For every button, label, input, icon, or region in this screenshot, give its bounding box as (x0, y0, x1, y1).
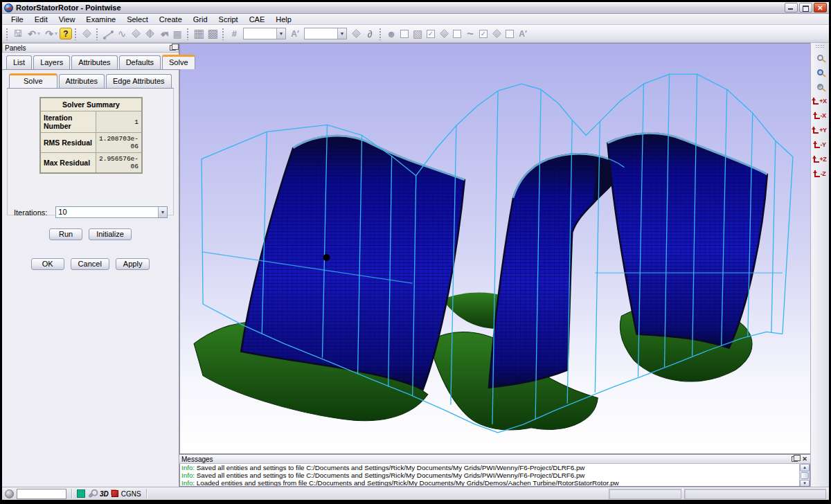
unstructured-grid-icon[interactable] (206, 27, 220, 41)
messages-caption-bar[interactable]: Messages ✕ (179, 455, 810, 464)
subtab-attributes[interactable]: Attributes (59, 74, 105, 89)
view-plus-z-button[interactable]: +Z (812, 152, 828, 166)
title-bar[interactable]: RotorStatorRotor - Pointwise (2, 2, 829, 14)
redo-icon[interactable] (42, 27, 56, 41)
messages-scrollbar[interactable]: ▲ ▼ (799, 464, 810, 486)
view-plus-y-button[interactable]: +Y (812, 123, 828, 137)
toolbar-grip[interactable] (74, 28, 78, 40)
toolbar-grip[interactable] (222, 28, 225, 40)
toolbar-grip[interactable] (6, 28, 9, 40)
structured-grid-icon[interactable] (192, 27, 206, 41)
dimension-mode-label[interactable]: 3D (100, 490, 109, 498)
zoom-extents-icon[interactable] (812, 65, 828, 79)
toolbar-grip[interactable] (96, 28, 99, 40)
menu-file[interactable]: File (6, 15, 29, 24)
menu-view[interactable]: View (53, 15, 81, 24)
menu-script[interactable]: Script (213, 15, 244, 24)
undo-icon[interactable] (25, 27, 39, 41)
view-minus-y-button[interactable]: -Y (812, 138, 828, 152)
save-icon[interactable] (11, 27, 25, 41)
run-button[interactable]: Run (49, 228, 82, 240)
tab-list[interactable]: List (6, 55, 32, 70)
panels-float-icon[interactable] (170, 45, 176, 51)
restore-button[interactable] (799, 3, 812, 12)
block-entity-icon[interactable] (411, 27, 425, 41)
spacing-icon (288, 27, 302, 41)
dimension-combo-arrow-icon[interactable]: ▼ (276, 28, 285, 39)
help-icon[interactable] (60, 28, 72, 39)
cae-solver-icon[interactable] (111, 490, 118, 497)
window-title: RotorStatorRotor - Pointwise (16, 3, 121, 12)
mask-face-icon[interactable] (384, 27, 398, 41)
panels-caption-bar[interactable]: Panels (2, 43, 179, 53)
toolbar-grip[interactable] (379, 28, 382, 40)
menu-edit[interactable]: Edit (29, 15, 53, 24)
menu-grid[interactable]: Grid (188, 15, 213, 24)
create-block-icon[interactable] (170, 27, 184, 41)
connector-visibility-checkbox[interactable]: ✓ (479, 30, 488, 38)
messages-float-icon[interactable] (792, 456, 798, 462)
zoom-icon[interactable] (812, 51, 828, 64)
pointwise-logo-icon (4, 3, 13, 12)
dimension-combobox[interactable]: ▼ (243, 28, 286, 39)
tab-defaults[interactable]: Defaults (119, 55, 161, 70)
tab-attributes[interactable]: Attributes (71, 55, 117, 70)
toolbar-grip[interactable] (186, 28, 190, 40)
messages-list[interactable]: Info: Saved all entities and settings to… (179, 464, 810, 487)
iteration-number-label: Iteration Number (40, 111, 96, 133)
view-toolbar-grip[interactable] (815, 44, 825, 48)
mask-diamond-icon[interactable] (80, 27, 93, 41)
create-curve-icon[interactable] (115, 27, 129, 41)
domain-visibility-checkbox[interactable] (453, 30, 461, 38)
cae-solver-label[interactable]: CGNS (121, 490, 141, 498)
tab-layers[interactable]: Layers (33, 55, 70, 70)
create-meshed-domain-icon[interactable] (143, 27, 157, 41)
distribute-icon[interactable] (349, 27, 363, 41)
messages-close-icon[interactable]: ✕ (801, 456, 808, 462)
subtab-edge-attributes[interactable]: Edge Attributes (106, 74, 172, 89)
iterations-combo-arrow-icon[interactable]: ▼ (158, 207, 167, 217)
spacing-entity-icon[interactable] (516, 27, 530, 41)
close-button[interactable] (814, 3, 827, 12)
scroll-thumb[interactable] (801, 472, 809, 479)
zoom-reset-icon[interactable] (812, 80, 828, 93)
spacing-combo-arrow-icon[interactable]: ▼ (337, 28, 346, 39)
menu-examine[interactable]: Examine (80, 15, 121, 24)
view-minus-z-button[interactable]: -Z (812, 167, 828, 181)
view-minus-x-button[interactable]: -X (812, 109, 828, 123)
ok-button[interactable]: OK (31, 258, 64, 270)
create-extrusion-icon[interactable] (157, 27, 170, 41)
mask-visibility-checkbox[interactable] (400, 30, 409, 38)
menu-help[interactable]: Help (270, 15, 297, 24)
apply-button[interactable]: Apply (116, 258, 150, 270)
menu-select[interactable]: Select (121, 15, 154, 24)
message-line: Info: Saved all entities and settings to… (181, 471, 798, 479)
initialize-button[interactable]: Initialize (89, 228, 132, 240)
subtab-solve[interactable]: Solve (9, 73, 57, 88)
3d-viewport[interactable] (179, 43, 810, 454)
iterations-combobox[interactable]: 10 ▼ (55, 206, 168, 218)
solver-summary-table: Solver Summary Iteration Number 1 RMS Re… (39, 97, 143, 174)
progress-bar (17, 489, 66, 499)
status-light-icon (5, 489, 14, 498)
domain-entity-icon[interactable] (437, 27, 451, 41)
scroll-down-icon[interactable]: ▼ (800, 480, 810, 487)
view-plus-x-button[interactable]: +X (812, 94, 828, 108)
create-domain-icon[interactable] (129, 27, 143, 41)
database-entity-icon[interactable] (490, 27, 503, 41)
scroll-up-icon[interactable]: ▲ (800, 464, 810, 471)
connector-entity-icon[interactable] (463, 27, 477, 41)
spacing-combobox[interactable]: ▼ (304, 28, 347, 39)
block-visibility-checkbox[interactable]: ✓ (427, 30, 435, 38)
menu-create[interactable]: Create (154, 15, 188, 24)
tool-icon[interactable] (88, 489, 97, 498)
derivative-icon[interactable] (363, 27, 377, 41)
grid-mode-icon[interactable] (77, 489, 85, 498)
menu-cae[interactable]: CAE (244, 15, 271, 24)
iterations-value[interactable]: 10 (56, 207, 158, 217)
database-visibility-checkbox[interactable] (506, 30, 514, 38)
minimize-button[interactable] (785, 3, 798, 12)
create-connector-2pt-icon[interactable] (101, 27, 115, 41)
tab-solve[interactable]: Solve (162, 55, 195, 69)
cancel-button[interactable]: Cancel (71, 258, 109, 270)
